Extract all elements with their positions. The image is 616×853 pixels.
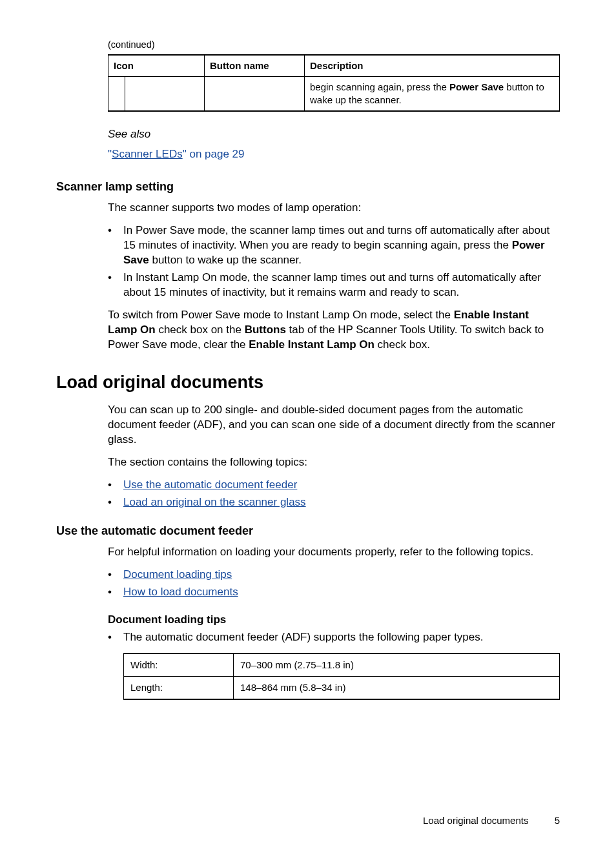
table-row: Length:148–864 mm (5.8–34 in) [124, 677, 560, 700]
bullet-list-adf-topics: •Document loading tips•How to load docum… [108, 568, 560, 600]
desc-bold: Power Save [449, 81, 504, 92]
bullet-dot: • [108, 585, 123, 600]
bullet-dot: • [108, 478, 123, 493]
paragraph: The scanner supports two modes of lamp o… [108, 201, 560, 216]
text: To switch from Power Save mode to Instan… [108, 309, 454, 321]
list-item: •The automatic document feeder (ADF) sup… [108, 630, 560, 645]
topic-link[interactable]: Load an original on the scanner glass [123, 496, 306, 508]
footer-section-title: Load original documents [423, 815, 528, 826]
scanner-leds-link[interactable]: Scanner LEDs [112, 148, 183, 160]
bullet-dot: • [108, 271, 123, 300]
bullet-list-topics: •Use the automatic document feeder•Load … [108, 478, 560, 510]
th-button-name: Button name [205, 55, 305, 77]
continued-label: (continued) [56, 39, 560, 52]
text: In Power Save mode, the scanner lamp tim… [123, 224, 549, 251]
link-quote-close: " on page 29 [183, 148, 245, 160]
page-number: 5 [555, 815, 560, 826]
see-also-link-line: "Scanner LEDs" on page 29 [108, 147, 560, 162]
td-icon [108, 76, 125, 111]
th-icon: Icon [108, 55, 205, 77]
size-label: Width: [124, 653, 234, 677]
heading-load-original-documents: Load original documents [56, 371, 560, 394]
topic-link[interactable]: Use the automatic document feeder [123, 478, 297, 491]
heading-scanner-lamp-setting: Scanner lamp setting [56, 179, 560, 194]
text: check box on the [156, 324, 245, 336]
th-description: Description [305, 55, 560, 77]
paper-size-table: Width:70–300 mm (2.75–11.8 in)Length:148… [123, 653, 560, 701]
bullet-dot: • [108, 223, 123, 268]
list-item: •Document loading tips [108, 568, 560, 582]
list-text: Use the automatic document feeder [123, 478, 560, 493]
bold-text: Enable Instant Lamp On [249, 338, 375, 351]
paragraph: For helpful information on loading your … [108, 545, 560, 560]
size-label: Length: [124, 677, 234, 700]
list-text: The automatic document feeder (ADF) supp… [123, 630, 560, 645]
text: check box. [375, 338, 430, 351]
topic-link[interactable]: How to load documents [123, 586, 238, 598]
list-item: •How to load documents [108, 585, 560, 600]
bold-text: Buttons [245, 324, 286, 336]
icon-button-description-table: Icon Button name Description begin scann… [108, 54, 560, 112]
td-button-name [205, 76, 305, 111]
list-text: In Power Save mode, the scanner lamp tim… [123, 223, 560, 268]
text: button to wake up the scanner. [149, 254, 302, 266]
list-text: Load an original on the scanner glass [123, 495, 560, 510]
text: In Instant Lamp On mode, the scanner lam… [123, 271, 541, 298]
paragraph: You can scan up to 200 single- and doubl… [108, 403, 560, 447]
list-item: •Load an original on the scanner glass [108, 495, 560, 510]
table-row: Width:70–300 mm (2.75–11.8 in) [124, 653, 560, 677]
list-item: •In Instant Lamp On mode, the scanner la… [108, 271, 560, 300]
td-description: begin scanning again, press the Power Sa… [305, 76, 560, 111]
list-text: Document loading tips [123, 568, 560, 582]
list-text: How to load documents [123, 585, 560, 600]
bullet-dot: • [108, 495, 123, 510]
bullet-list-loading-tips: •The automatic document feeder (ADF) sup… [108, 630, 560, 645]
topic-link[interactable]: Document loading tips [123, 568, 232, 581]
list-text: In Instant Lamp On mode, the scanner lam… [123, 271, 560, 300]
list-item: •Use the automatic document feeder [108, 478, 560, 493]
size-value: 148–864 mm (5.8–34 in) [234, 677, 560, 700]
heading-document-loading-tips: Document loading tips [108, 613, 560, 628]
paragraph: The section contains the following topic… [108, 455, 560, 470]
heading-use-adf: Use the automatic document feeder [56, 523, 560, 539]
see-also-label: See also [108, 127, 560, 142]
page-footer: Load original documents 5 [423, 814, 560, 827]
bullet-dot: • [108, 568, 123, 582]
list-item: •In Power Save mode, the scanner lamp ti… [108, 223, 560, 268]
bullet-list-lamp-modes: •In Power Save mode, the scanner lamp ti… [108, 223, 560, 300]
desc-part: begin scanning again, press the [310, 81, 449, 92]
size-value: 70–300 mm (2.75–11.8 in) [234, 653, 560, 677]
td-icon-blank [125, 76, 205, 111]
paragraph: To switch from Power Save mode to Instan… [108, 308, 560, 353]
bullet-dot: • [108, 630, 123, 645]
